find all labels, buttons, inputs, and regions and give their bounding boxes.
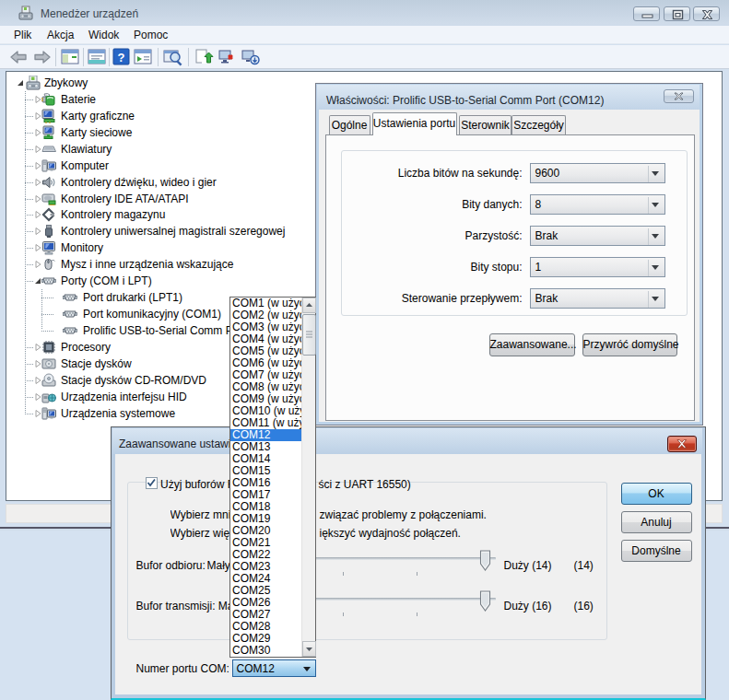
svg-text:?: ?: [118, 51, 125, 64]
